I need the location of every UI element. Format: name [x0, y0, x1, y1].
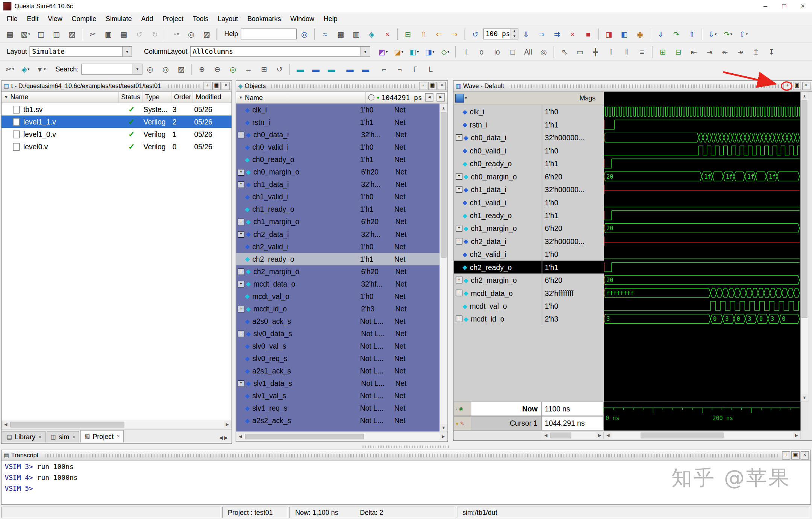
next-page-icon[interactable]: ↠ — [733, 46, 748, 58]
expander-icon[interactable]: + — [238, 131, 244, 138]
wave-row-clk_i[interactable] — [604, 105, 800, 118]
wave-col1-icon[interactable]: ▬ — [293, 63, 308, 75]
wave-now-dot-icon[interactable]: ◉ — [459, 406, 463, 411]
objects-hscroll[interactable]: ◀▶ — [236, 432, 447, 440]
zoom-mode-icon[interactable]: ▭ — [573, 46, 587, 58]
expander-icon[interactable]: + — [238, 168, 244, 175]
wave-name-ch0_margin_o[interactable]: +◆ch0_margin_o — [454, 170, 542, 183]
next-edge-icon[interactable]: L — [424, 63, 438, 75]
help-search-icon[interactable]: ◎ — [297, 28, 312, 40]
wave-row-ch2_data_i[interactable] — [604, 235, 800, 247]
expander-icon[interactable]: + — [238, 231, 244, 238]
find-in-files-icon[interactable]: ▨ — [199, 28, 214, 40]
wave-row-mcdt_id_o[interactable]: 30303030 — [604, 313, 800, 325]
project-col-order[interactable]: Order — [171, 92, 193, 103]
wave-names-hscroll-thumb[interactable] — [550, 432, 571, 438]
expander-icon[interactable]: + — [238, 380, 244, 387]
undo-icon[interactable]: ↺ — [132, 28, 147, 40]
cursor-edit-icon[interactable]: ✎ — [460, 421, 464, 426]
project-col-type[interactable]: Type — [142, 92, 171, 103]
remove-group-icon[interactable]: ⊟ — [671, 46, 686, 58]
filter-input-button[interactable]: i — [459, 46, 473, 58]
project-col-name[interactable]: ▼Name — [2, 92, 118, 103]
add-group-icon[interactable]: ⊞ — [656, 46, 670, 58]
wave-row-insert-icon[interactable]: ▬ — [343, 63, 358, 75]
signal-select-icon[interactable] — [455, 94, 464, 102]
objects-col-name[interactable]: ▼Name — [236, 92, 366, 103]
project-col-status[interactable]: Status — [118, 92, 142, 103]
prev-edge-icon[interactable]: Γ — [408, 63, 423, 75]
wave-name-ch1_data_i[interactable]: +◆ch1_data_i — [454, 183, 542, 196]
expander-icon[interactable]: + — [456, 173, 462, 180]
wave-float-button[interactable]: ▣ — [793, 82, 801, 90]
project-hscroll-right-arrow[interactable]: ▶ — [224, 421, 231, 428]
tab-close-icon[interactable]: × — [38, 434, 41, 440]
find-icon[interactable]: ◎ — [184, 28, 198, 40]
objects-row-ch0_ready_o[interactable]: ◆ch0_ready_o1'h1Net — [236, 153, 439, 166]
wave-row-delete-icon[interactable]: ▬ — [358, 63, 373, 75]
prev-transition-icon[interactable]: ⌐ — [377, 63, 392, 75]
objects-float-button[interactable]: ▣ — [428, 82, 436, 90]
print-icon[interactable]: ▥ — [49, 28, 64, 40]
close-button[interactable]: × — [793, 0, 812, 12]
menu-bookmarks[interactable]: Bookmarks — [243, 14, 286, 24]
project-hscroll-left-arrow[interactable]: ◀ — [2, 421, 9, 428]
objects-row-ch2_margin_o[interactable]: +◆ch2_margin_o6'h20Net — [236, 265, 439, 278]
project-close-button[interactable]: × — [222, 82, 230, 90]
columnlayout-select[interactable]: AllColumns▼ — [190, 46, 370, 57]
pause-profile-icon[interactable]: ◉ — [633, 28, 647, 40]
wave-row-mcdt_data_o[interactable]: ffffffff — [604, 287, 800, 299]
tab-library[interactable]: ▤Library× — [3, 431, 45, 442]
measure-mode-icon[interactable]: ‖ — [619, 46, 634, 58]
project-dock-button[interactable]: + — [203, 82, 211, 90]
next-transition-icon[interactable]: ¬ — [392, 63, 407, 75]
project-float-button[interactable]: ▣ — [212, 82, 221, 90]
objects-row-mcdt_val_o[interactable]: ◆mcdt_val_o1'h0Net — [236, 290, 439, 302]
objects-hscroll-right-arrow[interactable]: ▶ — [440, 433, 447, 440]
break-icon[interactable]: × — [565, 28, 580, 40]
menu-add[interactable]: Add — [136, 14, 158, 24]
expander-icon[interactable]: + — [456, 290, 462, 296]
objects-row-a2s2_ack_s[interactable]: ◆a2s2_ack_sNot L...Net — [236, 414, 439, 427]
expander-icon[interactable]: + — [456, 277, 462, 284]
filter-internal-button[interactable]: □ — [505, 46, 520, 58]
objects-row-slv0_val_s[interactable]: ◆slv0_val_sNot L...Net — [236, 340, 439, 352]
wave-row-ch1_ready_o[interactable] — [604, 209, 800, 222]
objects-row-rstn_i[interactable]: ◆rstn_i1'h1Net — [236, 116, 439, 129]
wave-value-ch0_margin_o[interactable]: 6'h20 — [542, 170, 604, 183]
expander-icon[interactable]: + — [238, 268, 244, 275]
wave-vscroll[interactable]: ▲▼ — [801, 92, 809, 402]
add-dataflow-icon[interactable]: ◈ — [364, 28, 379, 40]
tab-close-icon[interactable]: × — [117, 434, 120, 439]
add-list-icon[interactable]: ▦ — [333, 28, 348, 40]
transcript-dock-button[interactable]: + — [782, 451, 790, 460]
wave-value-ch1_ready_o[interactable]: 1'h1 — [542, 209, 604, 222]
layout-select-dropdown-icon[interactable]: ▼ — [122, 47, 132, 56]
objects-row-mcdt_id_o[interactable]: +◆mcdt_id_o2'h3Net — [236, 302, 439, 315]
filter-output-button[interactable]: o — [474, 46, 489, 58]
waveform-canvas[interactable]: 201f1f1f1f2020ffffffff30303030 — [604, 92, 800, 402]
filter-inout-button[interactable]: io — [490, 46, 504, 58]
objects-row-ch1_valid_i[interactable]: ◆ch1_valid_i1'h0Net — [236, 191, 439, 203]
wave-name-ch2_margin_o[interactable]: +◆ch2_margin_o — [454, 273, 542, 286]
objects-vscroll-down-arrow[interactable]: ▼ — [440, 424, 447, 431]
signals-view-icon[interactable]: ◧▾ — [407, 46, 422, 58]
misc-view-icon[interactable]: ◇▾ — [438, 46, 453, 58]
print-setup-icon[interactable]: ▨ — [65, 28, 79, 40]
run-all-icon[interactable]: ⇉ — [550, 28, 565, 40]
menu-window[interactable]: Window — [286, 14, 319, 24]
wave-col3-icon[interactable]: ▬ — [324, 63, 339, 75]
objects-row-slv1_req_s[interactable]: ◆slv1_req_sNot L...Net — [236, 402, 439, 414]
project-row-tb1.sv[interactable]: tb1.sv✓Syste...305/26 — [2, 103, 232, 115]
wave-value-mcdt_val_o[interactable]: 1'h0 — [542, 299, 604, 312]
menu-view[interactable]: View — [43, 14, 67, 24]
minimize-button[interactable]: – — [756, 0, 775, 12]
zoom-last-icon[interactable]: ↺ — [272, 63, 287, 75]
filter-funnel-icon[interactable]: ▼ — [4, 95, 8, 99]
objects-row-slv1_data_s[interactable]: +◆slv1_data_sNot L...Net — [236, 377, 439, 390]
wave-row-ch1_data_i[interactable] — [604, 183, 800, 196]
expand-time-icon[interactable]: ⇩▾ — [705, 28, 720, 40]
cursor-lock-icon[interactable]: ● — [456, 421, 458, 426]
wave-row-ch2_margin_o[interactable]: 20 — [604, 273, 800, 286]
add-wave-icon[interactable]: ≈ — [318, 28, 332, 40]
